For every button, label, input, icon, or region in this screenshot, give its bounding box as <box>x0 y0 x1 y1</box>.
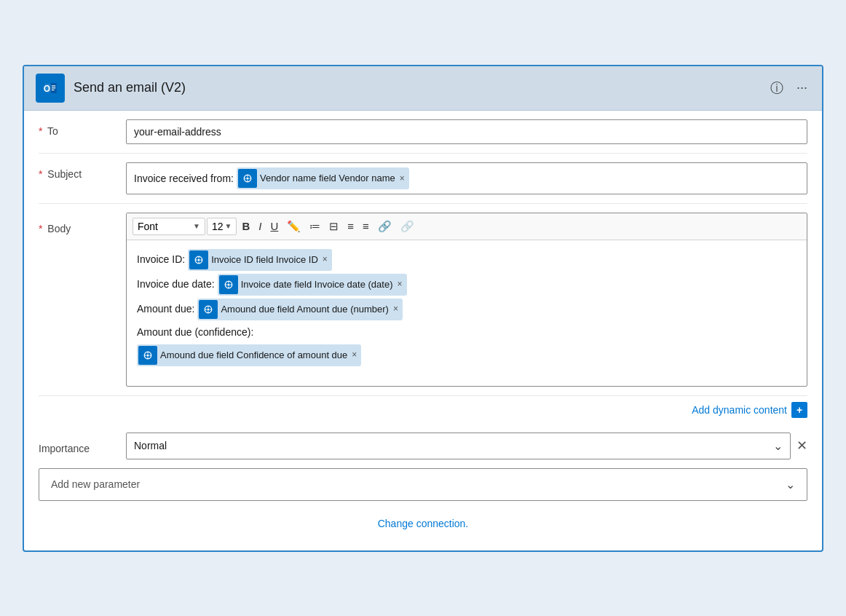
invoice-id-token[interactable]: Invoice ID field Invoice ID × <box>188 249 332 271</box>
font-select-text: Font <box>138 221 191 232</box>
importance-select[interactable]: Normal ⌄ <box>126 433 791 459</box>
to-input[interactable] <box>126 119 807 144</box>
invoice-date-token-close[interactable]: × <box>398 277 403 293</box>
importance-row: Importance Normal ⌄ ✕ <box>39 424 807 468</box>
svg-text:O: O <box>44 83 50 93</box>
more-icon: ··· <box>796 80 807 95</box>
change-connection-section: Change connection. <box>39 511 807 536</box>
invoice-id-label: Invoice ID: <box>137 250 185 269</box>
body-content[interactable]: Invoice ID: <box>127 240 807 386</box>
token-icon <box>189 250 208 269</box>
form-body: * To * Subject Invoice received from: <box>24 111 822 550</box>
vendor-name-token-close[interactable]: × <box>400 173 405 183</box>
outdent-button[interactable]: ≡ <box>359 218 373 234</box>
svg-point-7 <box>246 177 248 179</box>
info-button[interactable]: ⓘ <box>767 76 786 100</box>
change-connection-link[interactable]: Change connection. <box>378 518 469 529</box>
required-star: * <box>39 125 42 137</box>
svg-rect-4 <box>52 89 55 90</box>
svg-point-14 <box>198 258 200 261</box>
clear-icon: ✕ <box>796 438 807 453</box>
plus-icon: + <box>791 402 807 418</box>
svg-point-28 <box>207 308 210 310</box>
email-action-card: O Send an email (V2) ⓘ ··· * <box>23 65 823 552</box>
required-star: * <box>39 168 42 180</box>
token-icon <box>138 346 157 365</box>
font-dropdown-icon: ▼ <box>193 222 200 230</box>
amount-due-token-close[interactable]: × <box>393 301 398 317</box>
confidence-token-label: Amound due field Confidence of amount du… <box>160 347 347 363</box>
numbered-list-button[interactable]: ⊟ <box>325 218 342 235</box>
subject-prefix-text: Invoice received from: <box>134 173 234 184</box>
card-header: O Send an email (V2) ⓘ ··· <box>24 66 822 111</box>
numbered-list-icon: ⊟ <box>329 220 339 232</box>
link-icon: 🔗 <box>378 220 392 232</box>
importance-clear-button[interactable]: ✕ <box>796 438 807 454</box>
bold-button[interactable]: B <box>238 218 253 234</box>
confidence-line: Amount due (confidence): <box>137 323 796 341</box>
amount-due-label: Amount due: <box>137 300 194 318</box>
invoice-id-line: Invoice ID: <box>137 249 796 271</box>
indent-icon: ≡ <box>347 220 354 232</box>
italic-icon: I <box>258 220 261 232</box>
svg-rect-3 <box>52 87 56 88</box>
highlight-button[interactable]: ✏️ <box>283 218 304 235</box>
token-icon <box>238 169 257 188</box>
svg-rect-2 <box>52 85 56 86</box>
link-button[interactable]: 🔗 <box>374 218 395 235</box>
bullet-list-button[interactable]: ≔ <box>306 218 324 235</box>
token-icon <box>219 275 238 294</box>
svg-point-21 <box>227 283 229 285</box>
add-dynamic-content-label: Add dynamic content <box>692 404 787 416</box>
to-label: * To <box>39 119 126 137</box>
amount-due-token-label: Amound due field Amount due (number) <box>221 301 389 317</box>
bullet-list-icon: ≔ <box>309 220 320 232</box>
italic-button[interactable]: I <box>255 218 265 234</box>
svg-point-35 <box>146 354 149 356</box>
unlink-icon: 🔗 <box>400 220 414 232</box>
outdent-icon: ≡ <box>363 220 369 232</box>
unlink-button[interactable]: 🔗 <box>397 218 418 235</box>
confidence-token-close[interactable]: × <box>352 347 357 363</box>
info-icon: ⓘ <box>770 81 783 95</box>
outlook-icon: O <box>36 74 65 103</box>
font-select[interactable]: Font ▼ <box>133 218 205 235</box>
vendor-name-token-label: Vendor name field Vendor name <box>260 173 395 183</box>
dynamic-content-row: Add dynamic content + <box>39 396 807 424</box>
amount-due-token[interactable]: Amound due field Amount due (number) × <box>197 299 403 320</box>
add-new-parameter-row[interactable]: Add new parameter ⌄ <box>39 468 807 501</box>
token-icon <box>199 300 218 319</box>
invoice-date-token-label: Invoice date field Invoice date (date) <box>241 276 393 293</box>
invoice-id-token-close[interactable]: × <box>323 252 328 268</box>
add-param-chevron-icon: ⌄ <box>786 478 795 491</box>
indent-list-button[interactable]: ≡ <box>344 218 357 234</box>
highlight-icon: ✏️ <box>287 220 301 232</box>
add-dynamic-content-button[interactable]: Add dynamic content + <box>692 402 807 418</box>
size-dropdown-icon: ▼ <box>225 222 232 230</box>
subject-field[interactable]: Invoice received from: Vendo <box>126 162 807 194</box>
header-actions: ⓘ ··· <box>767 76 810 100</box>
importance-label: Importance <box>39 437 126 454</box>
underline-icon: U <box>271 220 279 232</box>
body-toolbar: Font ▼ 12 ▼ B I U <box>127 213 807 240</box>
header-title: Send an email (V2) <box>74 80 186 95</box>
importance-icons: ⌄ <box>773 439 783 453</box>
invoice-date-line: Invoice due date: <box>137 274 796 296</box>
bold-icon: B <box>242 220 250 232</box>
invoice-date-token[interactable]: Invoice date field Invoice date (date) × <box>218 274 407 296</box>
subject-label: * Subject <box>39 162 126 180</box>
importance-chevron-icon: ⌄ <box>773 439 783 453</box>
more-options-button[interactable]: ··· <box>794 77 810 98</box>
size-select[interactable]: 12 ▼ <box>207 218 237 235</box>
body-label: * Body <box>39 213 126 234</box>
confidence-label: Amount due (confidence): <box>137 323 253 341</box>
confidence-token-line: Amound due field Confidence of amount du… <box>137 344 796 366</box>
body-editor: Font ▼ 12 ▼ B I U <box>126 213 807 387</box>
header-left: O Send an email (V2) <box>36 74 186 103</box>
confidence-token[interactable]: Amound due field Confidence of amount du… <box>137 344 361 366</box>
vendor-name-token[interactable]: Vendor name field Vendor name × <box>237 167 409 189</box>
underline-button[interactable]: U <box>267 218 282 234</box>
to-row: * To <box>39 111 807 154</box>
invoice-date-label: Invoice due date: <box>137 275 215 293</box>
importance-value: Normal <box>134 440 167 451</box>
